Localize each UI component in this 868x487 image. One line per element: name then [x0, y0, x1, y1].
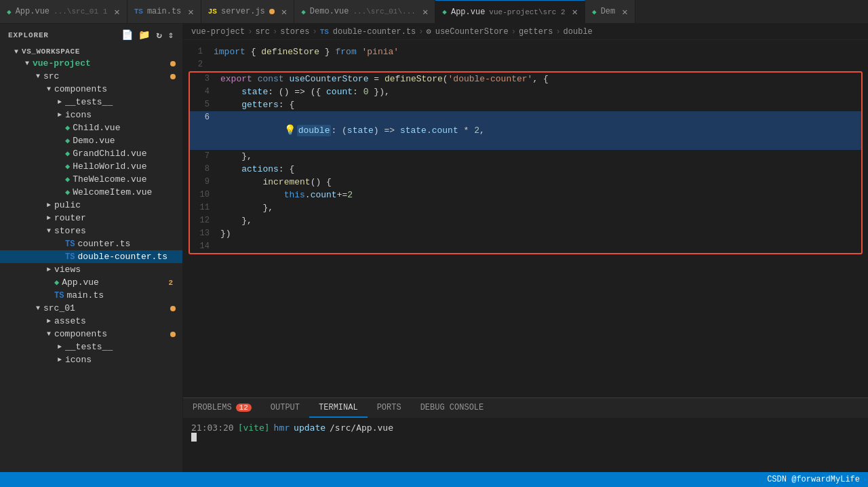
js-icon: JS — [208, 7, 217, 16]
line-content: 💡double: (state) => state.count * 2, — [220, 111, 861, 150]
sidebar-item-welcomeitem-vue[interactable]: ◆ WelcomeItem.vue — [0, 186, 182, 199]
sidebar-item-assets[interactable]: ► assets — [0, 315, 182, 328]
tab-demo-vue[interactable]: ◆ Demo.vue ...\src_01\... ✕ — [294, 0, 435, 23]
chevron-icon: ▼ — [43, 227, 54, 235]
chevron-right-icon: ► — [54, 343, 65, 351]
sidebar-item-icons-src01[interactable]: ► icons — [0, 353, 182, 366]
main-layout: EXPLORER 📄 📁 ↻ ⇕ ▼ VS_WORKSPACE ▼ vue-pr… — [0, 24, 868, 472]
code-editor[interactable]: 1 import { defineStore } from 'pinia' 2 … — [183, 40, 868, 397]
sidebar-item-double-counter-ts[interactable]: TS double-counter.ts — [0, 250, 182, 263]
folder-label: src_01 — [43, 303, 75, 313]
tab-label: App.vue — [16, 7, 50, 16]
code-line-8: 8 actions: { — [190, 163, 861, 176]
panel-tab-problems[interactable]: PROBLEMS 12 — [183, 398, 261, 418]
collapse-icon[interactable]: ⇕ — [168, 29, 174, 41]
vue-file-icon: ◆ — [65, 136, 70, 146]
sidebar-header: EXPLORER 📄 📁 ↻ ⇕ — [0, 24, 182, 46]
code-line-3: 3 export const useCounterStore = defineS… — [190, 73, 861, 85]
tab-close-icon[interactable]: ✕ — [188, 6, 193, 18]
line-content: increment() { — [220, 176, 861, 189]
bc-stores[interactable]: stores — [280, 27, 309, 37]
sidebar-item-src01[interactable]: ▼ src_01 — [0, 302, 182, 315]
refresh-icon[interactable]: ↻ — [156, 29, 162, 41]
bc-useCounterStore[interactable]: useCounterStore — [435, 27, 509, 37]
terminal-hmr: hmr — [274, 423, 290, 433]
tab-sublabel: vue-project\src 2 — [489, 8, 565, 16]
sidebar-item-icons[interactable]: ► icons — [0, 109, 182, 121]
line-number: 4 — [190, 85, 220, 98]
code-line-9: 9 increment() { — [190, 176, 861, 189]
panel-tab-ports[interactable]: PORTS — [368, 398, 411, 418]
new-file-icon[interactable]: 📄 — [121, 29, 134, 41]
sidebar-item-vue-project[interactable]: ▼ vue-project — [0, 57, 182, 70]
bc-src[interactable]: src — [255, 27, 270, 37]
line-content: export const useCounterStore = defineSto… — [220, 73, 861, 85]
sidebar-item-src[interactable]: ▼ src — [0, 70, 182, 83]
sidebar-item-tests[interactable]: ► __tests__ — [0, 96, 182, 109]
chevron-icon: ▼ — [33, 305, 43, 312]
tab-app-vue[interactable]: ◆ App.vue ...\src_01 1 ✕ — [0, 0, 127, 23]
vue-file-icon: ◆ — [65, 174, 70, 184]
line-number: 3 — [190, 73, 220, 85]
tab-close-icon[interactable]: ✕ — [281, 6, 287, 18]
sidebar-item-components[interactable]: ▼ components — [0, 83, 182, 96]
line-number: 7 — [190, 150, 220, 163]
new-folder-icon[interactable]: 📁 — [138, 29, 151, 41]
chevron-right-icon: ► — [43, 266, 54, 273]
sidebar-item-main-ts[interactable]: TS main.ts — [0, 289, 182, 302]
bc-getters[interactable]: getters — [519, 27, 553, 37]
panel-tab-debug-console[interactable]: DEBUG CONSOLE — [411, 398, 494, 418]
sidebar-workspace[interactable]: ▼ VS_WORKSPACE — [0, 46, 182, 57]
panel-tab-terminal[interactable]: TERMINAL — [309, 398, 368, 418]
tab-close-icon[interactable]: ✕ — [622, 6, 627, 18]
panel-tab-label: OUTPUT — [271, 403, 300, 412]
bc-vue-project[interactable]: vue-project — [191, 27, 245, 37]
vue-file-icon: ◆ — [65, 123, 70, 133]
bc-double-counter[interactable]: double-counter.ts — [333, 27, 416, 37]
line-number: 9 — [190, 176, 220, 189]
folder-label: views — [54, 265, 81, 275]
code-line-11: 11 }, — [190, 201, 861, 214]
sidebar-item-stores[interactable]: ▼ stores — [0, 225, 182, 237]
sidebar-item-router[interactable]: ► router — [0, 212, 182, 225]
sidebar-item-child-vue[interactable]: ◆ Child.vue — [0, 121, 182, 134]
modified-dot — [170, 332, 176, 337]
sidebar-item-views[interactable]: ► views — [0, 263, 182, 276]
bc-sep: › — [273, 27, 277, 37]
tab-server-js[interactable]: JS server.js ✕ — [201, 0, 294, 23]
sidebar-item-thewelcome-vue[interactable]: ◆ TheWelcome.vue — [0, 173, 182, 186]
bc-sep: › — [511, 27, 516, 37]
tab-dem[interactable]: ◆ Dem ✕ — [585, 0, 635, 23]
sidebar-item-app-vue[interactable]: ◆ App.vue 2 — [0, 276, 182, 289]
line-number: 5 — [190, 98, 220, 111]
status-bar: CSDN @forwardMyLife — [0, 472, 868, 487]
sidebar-item-pulic[interactable]: ► pulic — [0, 199, 182, 212]
editor-area: vue-project › src › stores › TS double-c… — [183, 24, 868, 472]
workspace-label: VS_WORKSPACE — [22, 47, 80, 56]
chevron-icon: ▼ — [43, 330, 54, 338]
tab-close-icon[interactable]: ✕ — [114, 6, 119, 18]
sidebar-item-helloworld-vue[interactable]: ◆ HelloWorld.vue — [0, 160, 182, 173]
bc-double[interactable]: double — [564, 27, 593, 37]
tab-main-ts[interactable]: TS main.ts ✕ — [127, 0, 201, 23]
chevron-right-icon: ► — [43, 214, 54, 222]
folder-label: __tests__ — [65, 342, 113, 352]
lightbulb-icon[interactable]: 💡 — [284, 125, 296, 136]
status-bar-right-text: CSDN @forwardMyLife — [767, 475, 860, 484]
folder-label: components — [54, 84, 107, 94]
line-number: 8 — [190, 163, 220, 176]
code-line-13: 13 }) — [190, 227, 861, 240]
tab-close-icon[interactable]: ✕ — [572, 6, 578, 18]
tab-app-vue-2[interactable]: ◆ App.vue vue-project\src 2 ✕ — [435, 0, 585, 23]
sidebar-item-counter-ts[interactable]: TS counter.ts — [0, 237, 182, 250]
modified-dot — [170, 306, 176, 311]
terminal-vite: [vite] — [238, 423, 270, 433]
tab-close-icon[interactable]: ✕ — [422, 6, 428, 18]
sidebar-item-grandchild-vue[interactable]: ◆ GrandChild.vue — [0, 147, 182, 160]
sidebar-item-tests-src01[interactable]: ► __tests__ — [0, 340, 182, 353]
code-line-12: 12 }, — [190, 214, 861, 227]
sidebar-item-demo-vue[interactable]: ◆ Demo.vue — [0, 134, 182, 147]
sidebar-item-components-src01[interactable]: ▼ components — [0, 328, 182, 340]
panel-tab-output[interactable]: OUTPUT — [261, 398, 309, 418]
bc-sep: › — [418, 27, 423, 37]
